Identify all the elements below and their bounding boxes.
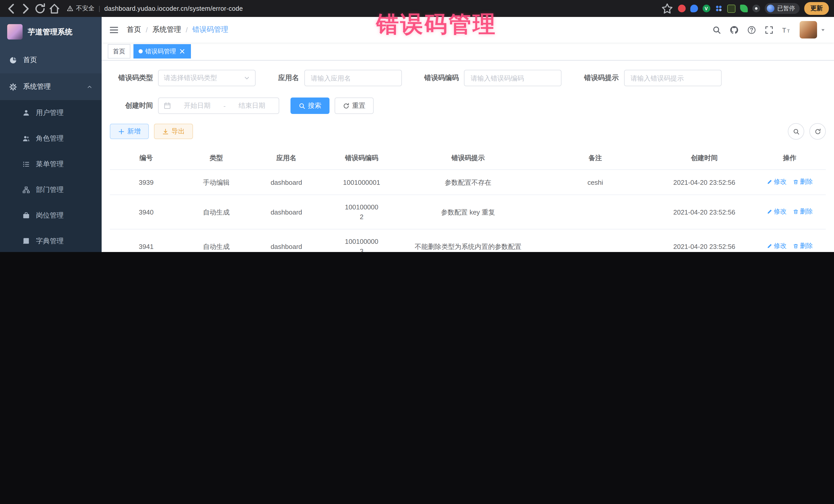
refresh-table-button[interactable] bbox=[809, 123, 826, 139]
extension-icon-red[interactable] bbox=[678, 5, 685, 12]
help-icon[interactable] bbox=[747, 25, 756, 34]
sidebar-menu: 首页 系统管理 用户管理角色管理菜单管理部门管理岗位管理字典管理通知公告审计日志… bbox=[0, 47, 102, 252]
trash-icon bbox=[793, 243, 798, 249]
bookmark-star-icon[interactable] bbox=[661, 2, 673, 15]
cell-time: 2021-04-20 23:52:56 bbox=[655, 170, 753, 195]
header-msg: 错误码提示 bbox=[400, 147, 535, 170]
tab-home[interactable]: 首页 bbox=[108, 44, 130, 59]
address-bar[interactable]: 不安全 | dashboard.yudao.iocoder.cn/system/… bbox=[67, 4, 243, 13]
sidebar-item-sub[interactable]: 岗位管理 bbox=[0, 203, 102, 228]
chevron-down-icon bbox=[244, 75, 250, 81]
sidebar-item-home[interactable]: 首页 bbox=[0, 47, 102, 73]
add-button[interactable]: 新增 bbox=[110, 124, 149, 139]
screen: 不安全 | dashboard.yudao.iocoder.cn/system/… bbox=[0, 0, 834, 252]
app-logo[interactable]: 芋道管理系统 bbox=[0, 17, 102, 47]
user-icon bbox=[23, 109, 30, 116]
filter-label-msg: 错误码提示 bbox=[584, 73, 619, 83]
calendar-icon bbox=[164, 102, 171, 109]
svg-text:T: T bbox=[787, 28, 790, 34]
profile-paused-badge[interactable]: 已暂停 bbox=[765, 3, 799, 14]
start-date-placeholder: 开始日期 bbox=[176, 101, 219, 110]
app-name-input[interactable] bbox=[310, 74, 396, 82]
pencil-icon bbox=[767, 179, 772, 185]
sidebar-item-label: 菜单管理 bbox=[36, 160, 64, 169]
header-remark: 备注 bbox=[535, 147, 655, 170]
github-icon[interactable] bbox=[730, 25, 739, 34]
search-icon[interactable] bbox=[712, 25, 721, 34]
top-navbar: 首页 / 系统管理 / 错误码管理 TT bbox=[102, 17, 834, 43]
close-icon[interactable] bbox=[179, 48, 186, 55]
logo-avatar bbox=[7, 24, 23, 40]
browser-update-button[interactable]: 更新 bbox=[804, 2, 829, 15]
breadcrumb-system[interactable]: 系统管理 bbox=[152, 25, 181, 35]
fullscreen-icon[interactable] bbox=[765, 25, 773, 34]
sidebar-item-label: 首页 bbox=[23, 56, 37, 65]
filter-label-app: 应用名 bbox=[278, 73, 299, 83]
tab-error-code[interactable]: 错误码管理 bbox=[133, 44, 191, 59]
filter-row-1: 错误码类型 请选择错误码类型 应用名 错误码编码 bbox=[110, 70, 826, 86]
extension-icon-leaf[interactable] bbox=[740, 5, 748, 12]
sidebar-item-system[interactable]: 系统管理 bbox=[0, 73, 102, 100]
breadcrumb-home[interactable]: 首页 bbox=[127, 25, 141, 35]
cell-app: dashboard bbox=[250, 195, 323, 229]
create-time-range-picker[interactable]: 开始日期 - 结束日期 bbox=[158, 97, 279, 114]
browser-home-icon[interactable] bbox=[48, 2, 61, 15]
search-button[interactable]: 搜索 bbox=[290, 97, 329, 114]
warning-icon bbox=[67, 5, 73, 12]
extension-icon-tag[interactable] bbox=[727, 4, 735, 13]
user-menu[interactable] bbox=[799, 21, 826, 39]
delete-link[interactable]: 删除 bbox=[793, 207, 813, 217]
error-type-select[interactable]: 请选择错误码类型 bbox=[158, 70, 256, 86]
sidebar-item-label: 用户管理 bbox=[36, 108, 64, 117]
cell-type: 自动生成 bbox=[182, 195, 250, 229]
tab-label: 错误码管理 bbox=[145, 47, 176, 56]
browser-forward-icon[interactable] bbox=[20, 2, 32, 15]
end-date-placeholder: 结束日期 bbox=[230, 101, 273, 110]
extensions-pin-icon[interactable] bbox=[752, 5, 760, 12]
page-content: 错误码类型 请选择错误码类型 应用名 错误码编码 bbox=[102, 61, 834, 252]
reset-button[interactable]: 重置 bbox=[335, 97, 374, 114]
sidebar-item-sub[interactable]: 角色管理 bbox=[0, 126, 102, 151]
extension-icon-v[interactable]: V bbox=[702, 5, 710, 12]
sidebar-item-sub[interactable]: 部门管理 bbox=[0, 177, 102, 203]
sidebar: 芋道管理系统 首页 系统管理 用户管理角色管理菜单管理部门管理岗位管理字典管理通… bbox=[0, 17, 102, 252]
browser-back-icon[interactable] bbox=[5, 2, 18, 15]
font-size-icon[interactable]: TT bbox=[782, 25, 791, 34]
extension-icon-grid[interactable] bbox=[715, 5, 722, 12]
header-code: 错误码编码 bbox=[323, 147, 400, 170]
search-icon bbox=[793, 128, 799, 135]
browser-chrome: 不安全 | dashboard.yudao.iocoder.cn/system/… bbox=[0, 0, 834, 17]
edit-link[interactable]: 修改 bbox=[767, 241, 787, 251]
header-actions: 操作 bbox=[754, 147, 826, 170]
edit-link[interactable]: 修改 bbox=[767, 177, 787, 187]
sidebar-item-sub[interactable]: 菜单管理 bbox=[0, 151, 102, 177]
error-msg-input[interactable] bbox=[630, 74, 716, 82]
filter-label-type: 错误码类型 bbox=[110, 73, 153, 83]
refresh-icon bbox=[343, 103, 350, 109]
chevron-up-icon bbox=[87, 84, 92, 90]
breadcrumb-current: 错误码管理 bbox=[193, 25, 228, 35]
toggle-search-button[interactable] bbox=[788, 123, 804, 139]
delete-link[interactable]: 删除 bbox=[793, 177, 813, 187]
site-security[interactable]: 不安全 bbox=[67, 4, 94, 13]
filter-row-2: 创建时间 开始日期 - 结束日期 搜索 重置 bbox=[110, 97, 826, 114]
trash-icon bbox=[793, 209, 798, 215]
browser-reload-icon[interactable] bbox=[34, 2, 46, 15]
sidebar-item-sub[interactable]: 用户管理 bbox=[0, 100, 102, 126]
sidebar-item-sub[interactable]: 字典管理 bbox=[0, 228, 102, 252]
trash-icon bbox=[793, 179, 798, 185]
cell-app: dashboard bbox=[250, 229, 323, 252]
address-separator: | bbox=[98, 5, 100, 12]
cell-code: 1001000002 bbox=[323, 195, 400, 229]
edit-link[interactable]: 修改 bbox=[767, 207, 787, 217]
hamburger-icon[interactable] bbox=[110, 25, 118, 34]
page-url[interactable]: dashboard.yudao.iocoder.cn/system/error-… bbox=[105, 5, 243, 12]
cell-id: 3941 bbox=[110, 229, 182, 252]
delete-link[interactable]: 删除 bbox=[793, 241, 813, 251]
book-icon bbox=[23, 238, 30, 245]
navbar-tools: TT bbox=[712, 21, 826, 39]
profile-avatar bbox=[767, 5, 774, 12]
error-code-input[interactable] bbox=[469, 74, 556, 82]
extension-icon-drop[interactable] bbox=[690, 5, 698, 12]
export-button[interactable]: 导出 bbox=[154, 124, 193, 139]
